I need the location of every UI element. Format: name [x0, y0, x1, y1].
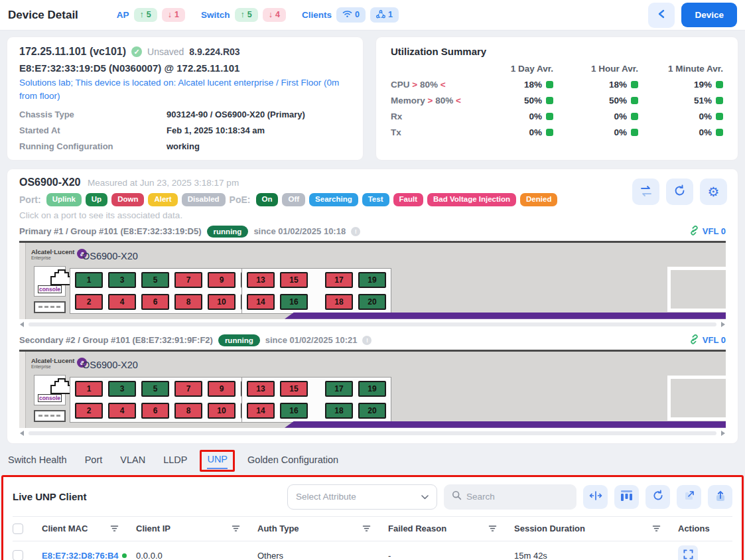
port-8[interactable]: 8	[174, 294, 202, 310]
stat-badge-mesh[interactable]: 1	[370, 7, 399, 23]
port-7[interactable]: 7	[174, 381, 202, 397]
port-17[interactable]: 17	[325, 381, 353, 397]
port-19[interactable]: 19	[358, 272, 386, 288]
port-14[interactable]: 14	[247, 294, 275, 310]
refresh-table-button[interactable]	[645, 485, 670, 509]
chevron-down-icon	[421, 492, 429, 502]
info-icon[interactable]: !	[362, 336, 372, 345]
port-4[interactable]: 4	[108, 403, 136, 419]
port-5[interactable]: 5	[141, 272, 169, 288]
port-row: 13151719	[247, 272, 386, 288]
port-20[interactable]: 20	[358, 403, 386, 419]
unp-client-table: Client MACClient IPAuth TypeFailed Reaso…	[13, 516, 732, 560]
tab-lldp[interactable]: LLDP	[163, 455, 187, 468]
port-19[interactable]: 19	[358, 381, 386, 397]
port-8[interactable]: 8	[174, 403, 202, 419]
expansion-slot	[667, 267, 726, 312]
console-port[interactable]: console	[34, 266, 66, 297]
port-6[interactable]: 6	[141, 403, 169, 419]
port-16[interactable]: 16	[280, 403, 308, 419]
expand-details-button[interactable]	[678, 545, 698, 560]
failed-reason-cell: -	[388, 551, 514, 560]
port-3[interactable]: 3	[108, 272, 136, 288]
port-20[interactable]: 20	[358, 294, 386, 310]
port-3[interactable]: 3	[108, 381, 136, 397]
port-9[interactable]: 9	[208, 381, 236, 397]
export-button[interactable]	[708, 485, 732, 509]
row-checkbox[interactable]	[13, 550, 23, 560]
vfl-link[interactable]: VFL 0	[689, 334, 726, 346]
field-value: 903124-90 / OS6900-X20 (Primary)	[167, 109, 351, 119]
annotation-red-box: Live UNP Client Select Attribute	[1, 475, 744, 560]
port-2[interactable]: 2	[75, 294, 103, 310]
port-1[interactable]: 1	[75, 381, 103, 397]
stat-badge-up[interactable]: ↑5	[235, 8, 258, 22]
port-10[interactable]: 10	[208, 294, 236, 310]
port-16[interactable]: 16	[280, 294, 308, 310]
vfl-link[interactable]: VFL 0	[689, 226, 726, 238]
search-field[interactable]	[444, 484, 576, 510]
scrollbar-track[interactable]	[29, 431, 716, 435]
client-mac-link[interactable]: E8:E7:32:D8:76:B4	[42, 551, 119, 560]
diagram-scrollbar[interactable]	[19, 429, 726, 438]
port-14[interactable]: 14	[247, 403, 275, 419]
select-all-checkbox[interactable]	[13, 524, 23, 534]
swap-view-button[interactable]	[632, 178, 659, 205]
stat-badge-down[interactable]: ↓1	[162, 8, 185, 22]
fit-columns-button[interactable]	[583, 485, 608, 509]
port-gap	[313, 294, 320, 310]
console-port[interactable]: console	[34, 375, 66, 405]
usb-port[interactable]	[34, 301, 66, 313]
port-2[interactable]: 2	[75, 403, 103, 419]
port-15[interactable]: 15	[280, 272, 308, 288]
diagram-scrollbar[interactable]	[19, 320, 726, 329]
scrollbar-track[interactable]	[29, 322, 716, 326]
port-15[interactable]: 15	[280, 381, 308, 397]
collapse-back-button[interactable]	[648, 3, 675, 28]
device-location-link[interactable]: Solutions lab; This device is located on…	[19, 76, 351, 102]
stat-label: Clients	[302, 10, 332, 20]
columns-button[interactable]	[614, 485, 639, 509]
dashes-icon	[38, 306, 61, 308]
chassis-model-label: OS6900-X20	[82, 251, 138, 261]
port-row: 14161820	[247, 403, 386, 419]
tab-vlan[interactable]: VLAN	[120, 455, 145, 468]
chevron-left-icon	[657, 9, 665, 21]
brand-block: Alcatel·LucentEnterprisea	[31, 358, 87, 369]
port-17[interactable]: 17	[325, 272, 353, 288]
info-icon[interactable]: !	[351, 227, 360, 236]
column-header-failed-reason: Failed Reason	[388, 524, 514, 533]
column-label: Client IP	[136, 524, 170, 533]
stat-badge-down[interactable]: ↓4	[263, 8, 286, 22]
utilization-row: Rx0%0%0%	[391, 111, 723, 121]
port-4[interactable]: 4	[108, 294, 136, 310]
search-input[interactable]	[466, 492, 553, 502]
port-1[interactable]: 1	[75, 272, 103, 288]
port-legend-label: Port:	[19, 194, 41, 205]
refresh-button[interactable]	[666, 178, 693, 205]
port-18[interactable]: 18	[325, 403, 353, 419]
port-13[interactable]: 13	[247, 272, 275, 288]
stat-badge-up[interactable]: ↑5	[134, 8, 157, 22]
port-5[interactable]: 5	[141, 381, 169, 397]
usb-port[interactable]	[34, 410, 66, 422]
select-attribute-dropdown[interactable]: Select Attribute	[287, 484, 437, 510]
status-ok-icon	[546, 113, 553, 120]
port-13[interactable]: 13	[247, 381, 275, 397]
port-18[interactable]: 18	[325, 294, 353, 310]
settings-button[interactable]: ⚙	[700, 178, 727, 205]
open-external-button[interactable]	[677, 485, 701, 509]
filter-icon	[110, 525, 119, 532]
tab-port[interactable]: Port	[85, 455, 103, 468]
port-9[interactable]: 9	[208, 272, 236, 288]
stat-badge-wifi[interactable]: 0	[336, 7, 366, 23]
tab-unp[interactable]: UNP	[207, 454, 228, 469]
port-7[interactable]: 7	[174, 272, 202, 288]
port-10[interactable]: 10	[208, 403, 236, 419]
port-status-badge: Disabled	[182, 193, 226, 206]
device-button[interactable]: Device	[681, 3, 737, 27]
port-6[interactable]: 6	[141, 294, 169, 310]
dashes-icon	[38, 415, 61, 417]
tab-switch-health[interactable]: Switch Health	[8, 455, 67, 468]
tab-golden-configuration[interactable]: Golden Configuration	[247, 455, 338, 468]
